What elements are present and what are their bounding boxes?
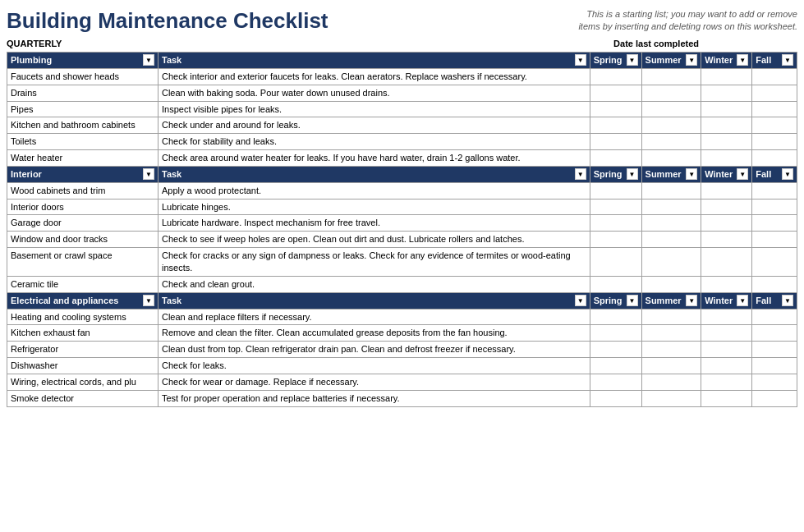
- summer-dropdown-3[interactable]: ▼: [686, 295, 697, 306]
- fall-cell[interactable]: [752, 134, 797, 150]
- summer-cell[interactable]: [641, 85, 701, 101]
- fall-cell[interactable]: [752, 374, 797, 390]
- spring-dropdown-3[interactable]: ▼: [627, 295, 638, 306]
- task-header-label-2: Task: [162, 168, 181, 181]
- fall-dropdown-2[interactable]: ▼: [782, 168, 793, 180]
- fall-header-1: Fall: [756, 54, 771, 66]
- winter-cell[interactable]: [701, 85, 752, 101]
- summer-cell[interactable]: [641, 68, 701, 85]
- winter-cell[interactable]: [701, 68, 752, 85]
- winter-cell[interactable]: [701, 199, 752, 215]
- task-dropdown-2[interactable]: ▼: [575, 168, 586, 180]
- winter-cell[interactable]: [701, 390, 752, 406]
- spring-cell[interactable]: [590, 134, 641, 150]
- winter-cell[interactable]: [701, 276, 752, 292]
- task-dropdown-3[interactable]: ▼: [575, 295, 586, 306]
- table-row: Interior doors Lubricate hinges.: [7, 199, 797, 215]
- winter-cell[interactable]: [701, 134, 752, 150]
- summer-cell[interactable]: [641, 248, 701, 277]
- spring-cell[interactable]: [590, 276, 641, 292]
- summer-dropdown-2[interactable]: ▼: [686, 168, 697, 180]
- spring-cell[interactable]: [590, 325, 641, 342]
- summer-cell[interactable]: [641, 276, 701, 292]
- spring-cell[interactable]: [590, 215, 641, 232]
- spring-cell[interactable]: [590, 101, 641, 117]
- fall-cell[interactable]: [752, 342, 797, 358]
- interior-dropdown[interactable]: ▼: [143, 168, 154, 180]
- winter-cell[interactable]: [701, 232, 752, 248]
- winter-dropdown-2[interactable]: ▼: [737, 168, 748, 180]
- electrical-dropdown[interactable]: ▼: [143, 295, 154, 306]
- fall-cell[interactable]: [752, 276, 797, 292]
- spring-cell[interactable]: [590, 358, 641, 374]
- spring-cell[interactable]: [590, 374, 641, 390]
- winter-cell[interactable]: [701, 309, 752, 325]
- winter-cell[interactable]: [701, 374, 752, 390]
- fall-cell[interactable]: [752, 358, 797, 374]
- spring-header-2: Spring: [594, 168, 623, 181]
- item-task: Check for stability and leaks.: [158, 134, 590, 150]
- spring-cell[interactable]: [590, 390, 641, 406]
- summer-cell[interactable]: [641, 309, 701, 325]
- spring-cell[interactable]: [590, 150, 641, 167]
- summer-cell[interactable]: [641, 134, 701, 150]
- spring-cell[interactable]: [590, 85, 641, 101]
- winter-cell[interactable]: [701, 325, 752, 342]
- fall-cell[interactable]: [752, 248, 797, 277]
- summer-cell[interactable]: [641, 390, 701, 406]
- item-name: Ceramic tile: [7, 276, 159, 292]
- item-name: Refrigerator: [7, 342, 159, 358]
- summer-cell[interactable]: [641, 117, 701, 134]
- winter-cell[interactable]: [701, 342, 752, 358]
- summer-cell[interactable]: [641, 358, 701, 374]
- fall-dropdown-3[interactable]: ▼: [782, 295, 793, 306]
- fall-cell[interactable]: [752, 150, 797, 167]
- plumbing-dropdown[interactable]: ▼: [143, 54, 154, 66]
- fall-cell[interactable]: [752, 117, 797, 134]
- spring-dropdown-1[interactable]: ▼: [627, 54, 638, 66]
- winter-cell[interactable]: [701, 215, 752, 232]
- fall-cell[interactable]: [752, 232, 797, 248]
- fall-cell[interactable]: [752, 325, 797, 342]
- summer-cell[interactable]: [641, 215, 701, 232]
- task-dropdown-1[interactable]: ▼: [575, 54, 586, 66]
- fall-cell[interactable]: [752, 182, 797, 199]
- winter-dropdown-3[interactable]: ▼: [737, 295, 748, 306]
- summer-cell[interactable]: [641, 342, 701, 358]
- winter-cell[interactable]: [701, 101, 752, 117]
- winter-cell[interactable]: [701, 248, 752, 277]
- summer-cell[interactable]: [641, 374, 701, 390]
- spring-cell[interactable]: [590, 182, 641, 199]
- fall-cell[interactable]: [752, 68, 797, 85]
- fall-cell[interactable]: [752, 101, 797, 117]
- fall-dropdown-1[interactable]: ▼: [782, 54, 793, 66]
- summer-cell[interactable]: [641, 101, 701, 117]
- fall-cell[interactable]: [752, 199, 797, 215]
- summer-cell[interactable]: [641, 325, 701, 342]
- winter-dropdown-1[interactable]: ▼: [737, 54, 748, 66]
- fall-cell[interactable]: [752, 215, 797, 232]
- fall-cell[interactable]: [752, 85, 797, 101]
- spring-cell[interactable]: [590, 68, 641, 85]
- spring-dropdown-2[interactable]: ▼: [627, 168, 638, 180]
- spring-cell[interactable]: [590, 309, 641, 325]
- summer-cell[interactable]: [641, 150, 701, 167]
- item-name: Pipes: [7, 101, 159, 117]
- summer-cell[interactable]: [641, 182, 701, 199]
- fall-cell[interactable]: [752, 309, 797, 325]
- spring-cell[interactable]: [590, 248, 641, 277]
- winter-cell[interactable]: [701, 358, 752, 374]
- winter-header-1: Winter: [705, 54, 733, 66]
- spring-cell[interactable]: [590, 232, 641, 248]
- fall-cell[interactable]: [752, 390, 797, 406]
- summer-cell[interactable]: [641, 199, 701, 215]
- summer-cell[interactable]: [641, 232, 701, 248]
- winter-cell[interactable]: [701, 150, 752, 167]
- summer-dropdown-1[interactable]: ▼: [686, 54, 697, 66]
- winter-cell[interactable]: [701, 117, 752, 134]
- winter-cell[interactable]: [701, 182, 752, 199]
- spring-cell[interactable]: [590, 342, 641, 358]
- spring-cell[interactable]: [590, 117, 641, 134]
- item-task: Inspect visible pipes for leaks.: [158, 101, 590, 117]
- spring-cell[interactable]: [590, 199, 641, 215]
